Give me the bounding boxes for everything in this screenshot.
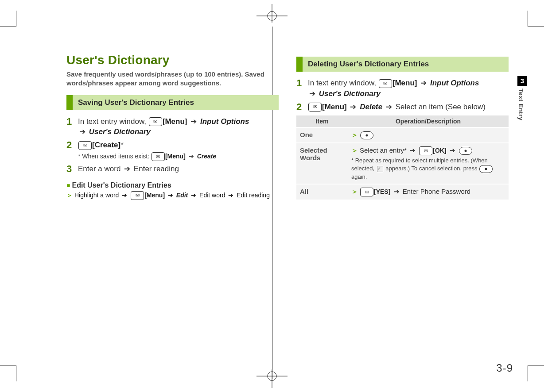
edit-text: Highlight a word xyxy=(74,192,119,199)
mail-key-icon: ✉ xyxy=(308,103,322,111)
key-label: [Menu] xyxy=(392,79,417,87)
crop-mark xyxy=(528,365,528,381)
document-page: 3 Text Entry User's Dictionary Save freq… xyxy=(0,0,544,392)
content-area: User's Dictionary Save frequently used w… xyxy=(66,53,509,374)
arrow-icon: ➔ xyxy=(189,116,198,127)
op-text: Enter Phone Password xyxy=(403,188,470,195)
row-item: Selected Words xyxy=(296,143,348,184)
key-label: [Menu] xyxy=(163,117,187,126)
lead-paragraph: Save frequently used words/phrases (up t… xyxy=(66,70,279,88)
crop-mark xyxy=(16,11,16,27)
menu-item: User's Dictionary xyxy=(89,127,151,136)
arrow-icon: ➔ xyxy=(308,88,317,99)
table-header-op: Operation/Description xyxy=(348,115,509,127)
mail-key-icon: ✉ xyxy=(419,146,432,155)
step-2: 2 ✉[Menu] ➔ Delete ➔ Select an item (See… xyxy=(296,102,509,112)
step-text: Enter reading xyxy=(134,165,179,173)
arrow-icon: ➔ xyxy=(448,146,457,154)
arrow-icon: ➔ xyxy=(419,78,428,88)
step-3: 3 Enter a word ➔ Enter reading xyxy=(66,164,279,174)
edit-text: Edit word xyxy=(199,192,225,199)
side-tab: 3 Text Entry xyxy=(517,76,527,130)
table-row: Selected Words ＞Select an entry* ➔ ✉[OK]… xyxy=(296,143,509,184)
step-text: In text entry window, xyxy=(308,79,378,87)
step-body: In text entry window, ✉[Menu] ➔ Input Op… xyxy=(78,116,279,138)
step-number: 3 xyxy=(66,164,78,174)
crop-mark xyxy=(528,27,544,27)
edit-procedure: ＞Highlight a word ➔ ✉[Menu] ➔ Edit ➔ Edi… xyxy=(66,191,279,200)
footnote-text: again. xyxy=(351,173,367,180)
row-item: One xyxy=(296,127,348,143)
row-footnote: * Repeat as required to select multiple … xyxy=(351,157,505,181)
left-column: User's Dictionary Save frequently used w… xyxy=(66,53,279,374)
mail-key-icon: ✉ xyxy=(131,191,144,200)
key-label: [YES] xyxy=(374,188,390,195)
page-number: 3-9 xyxy=(496,362,513,374)
section-title: Saving User's Dictionary Entries xyxy=(73,95,279,110)
key-label: [Menu] xyxy=(165,153,186,160)
step-text: In text entry window, xyxy=(78,117,148,126)
footnote: * When saved items exist: ✉[Menu] ➔ Crea… xyxy=(78,152,279,161)
crop-mark xyxy=(0,27,16,27)
crop-mark xyxy=(0,365,16,365)
arrow-icon: ➔ xyxy=(408,146,417,154)
menu-item: Delete xyxy=(360,103,382,111)
table-row: One ＞ xyxy=(296,127,509,143)
step-body: Enter a word ➔ Enter reading xyxy=(78,164,279,174)
right-column: Deleting User's Dictionary Entries 1 In … xyxy=(296,53,509,374)
table-row: All ＞✉[YES] ➔ Enter Phone Password xyxy=(296,184,509,200)
chapter-number: 3 xyxy=(517,76,527,86)
step-1: 1 In text entry window, ✉[Menu] ➔ Input … xyxy=(66,116,279,138)
section-title: Deleting User's Dictionary Entries xyxy=(303,57,509,72)
menu-item: Input Options xyxy=(200,117,249,126)
step-body: In text entry window, ✉[Menu] ➔ Input Op… xyxy=(308,78,509,99)
step-1: 1 In text entry window, ✉[Menu] ➔ Input … xyxy=(296,78,509,99)
step-text: Enter a word xyxy=(78,165,120,173)
step-number: 1 xyxy=(66,117,78,127)
chevron-icon: ＞ xyxy=(351,146,360,154)
mail-key-icon: ✉ xyxy=(152,152,165,161)
arrow-icon: ➔ xyxy=(190,192,198,199)
asterisk: * xyxy=(120,141,124,149)
table-header-item: Item xyxy=(296,115,348,127)
center-key-icon xyxy=(360,131,373,139)
step-2: 2 ✉[Create]* * When saved items exist: ✉… xyxy=(66,140,279,161)
chevron-icon: ＞ xyxy=(66,192,74,199)
arrow-icon: ➔ xyxy=(227,192,235,199)
step-body: ✉[Menu] ➔ Delete ➔ Select an item (See b… xyxy=(308,102,509,112)
footnote-text: * When saved items exist: xyxy=(78,153,151,160)
section-heading-deleting: Deleting User's Dictionary Entries xyxy=(296,57,509,72)
section-bar xyxy=(66,95,73,110)
arrow-icon: ➔ xyxy=(392,188,401,196)
step-text: Select an item (See below) xyxy=(396,103,486,111)
delete-table: Item Operation/Description One ＞ Selecte… xyxy=(296,115,509,200)
step-number: 1 xyxy=(296,78,308,88)
step-number: 2 xyxy=(66,140,78,150)
arrow-icon: ➔ xyxy=(167,192,175,199)
op-text: Select an entry* xyxy=(360,146,407,154)
center-key-icon xyxy=(459,147,472,155)
crop-mark xyxy=(528,11,528,27)
arrow-icon: ➔ xyxy=(78,127,87,137)
menu-item: User's Dictionary xyxy=(319,89,381,98)
key-label: [OK] xyxy=(433,147,446,154)
subsection-edit: ■Edit User's Dictionary Entries xyxy=(66,181,279,189)
subsection-title: Edit User's Dictionary Entries xyxy=(72,181,171,189)
registration-mark-top xyxy=(256,4,288,23)
row-op: ＞Select an entry* ➔ ✉[OK] ➔ * Repeat as … xyxy=(348,143,509,184)
square-bullet-icon: ■ xyxy=(66,182,72,189)
key-label: [Create] xyxy=(92,141,120,149)
mail-key-icon: ✉ xyxy=(149,117,162,126)
arrow-icon: ➔ xyxy=(385,102,393,112)
crop-mark xyxy=(16,365,16,381)
arrow-icon: ➔ xyxy=(120,192,128,199)
page-title: User's Dictionary xyxy=(66,53,279,67)
menu-item: Create xyxy=(197,153,217,160)
menu-item: Input Options xyxy=(430,79,479,87)
arrow-icon: ➔ xyxy=(349,102,357,112)
center-key-icon xyxy=(479,165,493,173)
key-label: [Menu] xyxy=(144,192,165,199)
section-bar xyxy=(296,57,303,72)
chevron-icon: ＞ xyxy=(351,131,360,138)
edit-text: Edit reading xyxy=(237,192,270,199)
